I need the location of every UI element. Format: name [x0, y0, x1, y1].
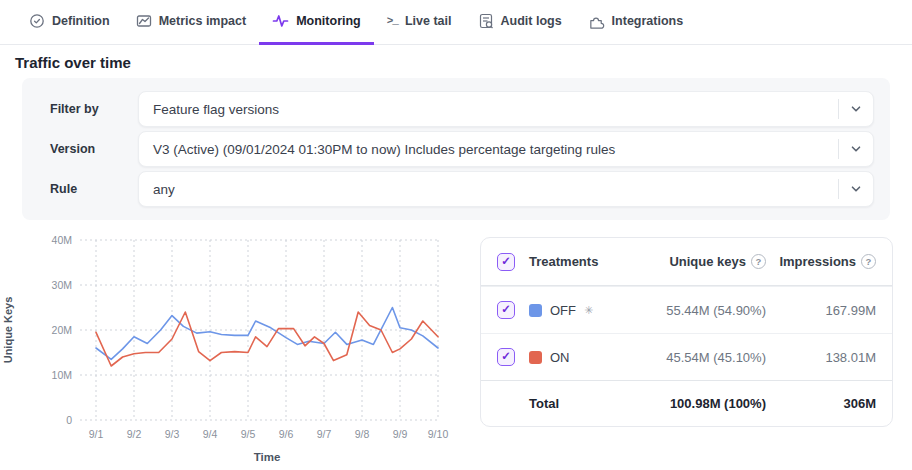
- tab-live-tail[interactable]: >_ Live tail: [374, 0, 465, 45]
- svg-text:20M: 20M: [52, 324, 72, 336]
- table-row-off: ✓ OFF ✳ 55.44M (54.90%) 167.99M: [481, 286, 892, 333]
- puzzle-icon: [588, 13, 605, 30]
- unique-keys-header: Unique keys: [669, 254, 746, 269]
- rule-select[interactable]: any: [138, 171, 874, 207]
- audit-log-icon: [478, 13, 494, 29]
- filter-row-filter-by: Filter by Feature flag versions: [50, 91, 874, 127]
- tab-monitoring[interactable]: Monitoring: [259, 0, 374, 45]
- svg-text:10M: 10M: [52, 369, 72, 381]
- svg-text:9/6: 9/6: [279, 428, 294, 440]
- rule-label: Rule: [50, 182, 138, 196]
- treatments-header-row: ✓ Treatments Unique keys ? Impressions ?: [481, 238, 892, 286]
- off-unique-keys: 55.44M (54.90%): [608, 303, 766, 318]
- treatments-header: Treatments: [529, 254, 608, 269]
- filter-by-label: Filter by: [50, 102, 138, 116]
- filter-by-value: Feature flag versions: [139, 102, 838, 117]
- default-treatment-icon: ✳: [584, 304, 593, 317]
- tab-audit-logs[interactable]: Audit logs: [465, 0, 575, 45]
- off-impressions: 167.99M: [766, 303, 876, 318]
- svg-text:30M: 30M: [52, 279, 72, 291]
- traffic-chart: 40M30M20M10M09/19/29/39/49/59/69/79/89/9…: [0, 228, 472, 470]
- treatments-table: ✓ Treatments Unique keys ? Impressions ?…: [480, 237, 893, 427]
- on-impressions: 138.01M: [766, 350, 876, 365]
- filter-by-select[interactable]: Feature flag versions: [138, 91, 874, 127]
- table-row-total: Total 100.98M (100%) 306M: [481, 380, 892, 426]
- filter-row-rule: Rule any: [50, 171, 874, 207]
- tab-label: Definition: [52, 14, 110, 28]
- chart-line-off: [96, 308, 438, 360]
- tab-label: Audit logs: [501, 14, 562, 28]
- version-label: Version: [50, 142, 138, 156]
- total-impressions: 306M: [766, 396, 876, 411]
- svg-text:0: 0: [66, 414, 72, 426]
- target-icon: [29, 13, 45, 29]
- svg-text:9/10: 9/10: [428, 428, 449, 440]
- impressions-help-icon[interactable]: ?: [861, 254, 876, 269]
- line-chart-icon: [136, 13, 152, 29]
- svg-text:Time: Time: [254, 451, 281, 463]
- table-row-on: ✓ ON 45.54M (45.10%) 138.01M: [481, 333, 892, 380]
- svg-text:40M: 40M: [52, 234, 72, 246]
- off-checkbox[interactable]: ✓: [497, 301, 515, 319]
- off-color-swatch: [529, 304, 542, 317]
- svg-text:9/8: 9/8: [355, 428, 370, 440]
- select-all-checkbox[interactable]: ✓: [497, 253, 515, 271]
- tab-definition[interactable]: Definition: [16, 0, 123, 45]
- filter-row-version: Version V3 (Active) (09/01/2024 01:30PM …: [50, 131, 874, 167]
- svg-text:9/1: 9/1: [89, 428, 104, 440]
- tab-label: Monitoring: [296, 14, 361, 28]
- on-color-swatch: [529, 351, 542, 364]
- rule-value: any: [139, 182, 838, 197]
- page-title: Traffic over time: [15, 54, 131, 71]
- impressions-header: Impressions: [779, 254, 856, 269]
- on-checkbox[interactable]: ✓: [497, 348, 515, 366]
- pulse-icon: [272, 13, 289, 29]
- traffic-chart-svg: 40M30M20M10M09/19/29/39/49/59/69/79/89/9…: [0, 228, 472, 470]
- chevron-down-icon[interactable]: [839, 103, 873, 115]
- total-label: Total: [529, 396, 608, 411]
- svg-text:9/2: 9/2: [127, 428, 142, 440]
- tab-label: Metrics impact: [159, 14, 247, 28]
- treatment-name: OFF: [550, 303, 576, 318]
- svg-text:9/9: 9/9: [393, 428, 408, 440]
- filter-panel: Filter by Feature flag versions Version …: [22, 78, 890, 220]
- version-select[interactable]: V3 (Active) (09/01/2024 01:30PM to now) …: [138, 131, 874, 167]
- tab-bar: Definition Metrics impact Monitoring >_ …: [0, 0, 912, 45]
- version-value: V3 (Active) (09/01/2024 01:30PM to now) …: [139, 142, 838, 157]
- tab-integrations[interactable]: Integrations: [575, 0, 697, 45]
- svg-text:9/3: 9/3: [165, 428, 180, 440]
- tab-label: Live tail: [405, 14, 452, 28]
- tab-metrics-impact[interactable]: Metrics impact: [123, 0, 260, 45]
- svg-text:9/5: 9/5: [241, 428, 256, 440]
- tab-label: Integrations: [612, 14, 684, 28]
- total-unique-keys: 100.98M (100%): [608, 396, 766, 411]
- terminal-icon: >_: [387, 15, 398, 27]
- chevron-down-icon[interactable]: [839, 183, 873, 195]
- svg-text:9/4: 9/4: [203, 428, 218, 440]
- svg-text:Unique Keys: Unique Keys: [2, 297, 14, 364]
- on-unique-keys: 45.54M (45.10%): [608, 350, 766, 365]
- chevron-down-icon[interactable]: [839, 143, 873, 155]
- svg-text:9/7: 9/7: [317, 428, 332, 440]
- unique-keys-help-icon[interactable]: ?: [751, 254, 766, 269]
- treatment-name: ON: [550, 350, 570, 365]
